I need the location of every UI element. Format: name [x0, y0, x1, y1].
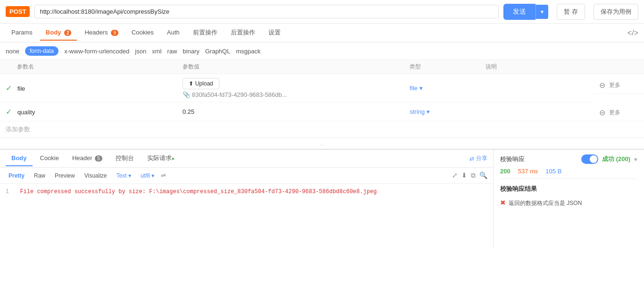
resp-tab-cookie[interactable]: Cookie [34, 151, 65, 166]
header-badge: 5 [95, 155, 102, 162]
utf8-dropdown-icon[interactable]: ▾ [151, 172, 154, 179]
copy-icon[interactable]: ⧉ [471, 171, 476, 179]
tab-headers[interactable]: Headers 9 [79, 25, 124, 41]
save-example-button[interactable]: 保存为用例 [594, 4, 638, 20]
response-tabs-row: Body Cookie Header 5 控制台 实际请求● ⇄ 分享 [0, 150, 493, 168]
resp-tab-body[interactable]: Body [6, 151, 33, 166]
type-value-file: file [410, 85, 418, 92]
col-desc: 说明 [480, 60, 594, 74]
send-dropdown-button[interactable]: ▾ [535, 5, 548, 19]
resp-tab-console[interactable]: 控制台 [110, 150, 140, 167]
remove-file-button[interactable]: ⊖ [599, 81, 605, 90]
view-tab-preview[interactable]: Preview [52, 171, 78, 180]
format-icon[interactable]: ⇌ [161, 172, 166, 179]
tab-settings[interactable]: 设置 [263, 25, 286, 42]
table-row: ✓ file ⬆ Upload 📎 830fa504-fd73-4290-968… [0, 74, 644, 102]
param-name-file: file [17, 85, 25, 92]
download-icon[interactable]: ⬇ [461, 171, 467, 179]
validate-row: 校验响应 成功 (200) ▾ [500, 154, 637, 164]
resp-tab-actual[interactable]: 实际请求● [142, 150, 180, 167]
param-name-quality: quality [17, 109, 35, 116]
fmt-binary[interactable]: binary [183, 48, 199, 55]
validate-toggle[interactable] [581, 154, 598, 164]
file-link: 📎 830fa504-fd73-4290-9683-586db... [183, 91, 399, 98]
url-bar: POST 发送 ▾ 暂 存 保存为用例 [0, 0, 644, 24]
type-dropdown-quality-icon[interactable]: ▾ [427, 108, 430, 115]
expand-icon[interactable]: ⤢ [452, 171, 458, 179]
resp-tabs-left: Body Cookie Header 5 控制台 实际请求● [6, 150, 180, 167]
more-file-button[interactable]: 更多 [609, 81, 620, 89]
table-row: ✓ quality 0.25 string ▾ ⊖ 更多 [0, 102, 644, 121]
method-badge: POST [6, 6, 30, 17]
url-input[interactable] [34, 5, 499, 18]
send-button[interactable]: 发送 [503, 4, 535, 20]
tab-body[interactable]: Body 2 [40, 25, 77, 41]
view-tab-utf8[interactable]: utf8 ▾ [138, 171, 157, 180]
upload-icon: ⬆ [189, 80, 193, 87]
text-dropdown-icon[interactable]: ▾ [128, 172, 131, 179]
line-number: 1 [6, 188, 9, 195]
fmt-xml[interactable]: xml [152, 48, 161, 55]
view-icons: ⤢ ⬇ ⧉ 🔍 [452, 171, 487, 179]
remove-quality-button[interactable]: ⊖ [599, 108, 605, 117]
tabs-left: Params Body 2 Headers 9 Cookies Auth 前置操… [6, 25, 286, 42]
desc-quality [480, 102, 594, 121]
stat-time: 537 ms [518, 168, 538, 175]
send-btn-group: 发送 ▾ [503, 4, 548, 20]
view-tab-visualize[interactable]: Visualize [82, 171, 110, 180]
stats-row: 200 537 ms 105 B [500, 168, 637, 175]
row-check-file[interactable]: ✓ [6, 84, 12, 92]
stat-size: 105 B [545, 168, 561, 175]
type-value-quality: string [410, 108, 425, 115]
share-button[interactable]: ⇄ 分享 [469, 154, 487, 162]
save-temp-button[interactable]: 暂 存 [557, 4, 585, 20]
row-check-quality[interactable]: ✓ [6, 108, 12, 116]
code-icon[interactable]: </> [627, 29, 638, 37]
search-icon[interactable]: 🔍 [479, 171, 487, 179]
type-dropdown-icon[interactable]: ▾ [419, 85, 423, 92]
fmt-json[interactable]: json [135, 48, 146, 55]
paperclip-icon: 📎 [183, 91, 190, 98]
tab-params[interactable]: Params [6, 25, 38, 41]
tab-auth[interactable]: Auth [161, 25, 185, 41]
type-cell-quality: string ▾ [410, 108, 474, 115]
divider-line [500, 179, 637, 179]
tab-post-action[interactable]: 后置操作 [225, 25, 261, 42]
fmt-graphql[interactable]: GraphQL [205, 48, 230, 55]
upload-button[interactable]: ⬆ Upload [183, 78, 219, 89]
body-badge: 2 [64, 30, 72, 36]
type-cell-file: file ▾ [410, 85, 474, 92]
tab-cookies[interactable]: Cookies [126, 25, 159, 41]
response-panel: Body Cookie Header 5 控制台 实际请求● ⇄ 分享 Pret… [0, 150, 493, 248]
headers-badge: 9 [111, 30, 118, 36]
format-tabs: none form-data x-www-form-urlencoded jso… [0, 43, 644, 60]
error-text: 返回的数据格式应当是 JSON [509, 199, 582, 207]
validate-controls: 成功 (200) ▾ [581, 154, 637, 164]
col-type: 类型 [404, 60, 480, 74]
params-table-container: 参数名 参数值 类型 说明 ✓ file ⬆ Upload [0, 60, 644, 149]
view-tab-text[interactable]: Text ▾ [114, 171, 134, 180]
right-panel: 校验响应 成功 (200) ▾ 200 537 ms 105 B 校验响应结果 … [493, 150, 644, 248]
tab-pre-action[interactable]: 前置操作 [187, 25, 223, 42]
fmt-urlencoded[interactable]: x-www-form-urlencoded [64, 48, 129, 55]
more-quality-button[interactable]: 更多 [609, 109, 620, 117]
fmt-msgpack[interactable]: msgpack [236, 48, 260, 55]
share-icon: ⇄ [469, 155, 474, 162]
main-tabs-row: Params Body 2 Headers 9 Cookies Auth 前置操… [0, 24, 644, 43]
fmt-form-data[interactable]: form-data [25, 46, 59, 56]
add-param-label[interactable]: 添加参数 [0, 121, 644, 137]
resp-tab-header[interactable]: Header 5 [67, 151, 108, 166]
divider-dots: ... [0, 137, 644, 149]
view-tabs-row: Pretty Raw Preview Visualize Text ▾ utf8… [0, 168, 493, 184]
file-value: 830fa504-fd73-4290-9683-586db... [192, 91, 287, 98]
error-item: ✖ 返回的数据格式应当是 JSON [500, 199, 637, 207]
expand-right-icon[interactable]: ▾ [634, 156, 637, 163]
view-tab-pretty[interactable]: Pretty [6, 171, 27, 180]
fmt-raw[interactable]: raw [167, 48, 177, 55]
code-content: File compressed successfully by size: F:… [20, 188, 376, 195]
validate-result-label: 校验响应结果 [500, 185, 637, 193]
view-tab-raw[interactable]: Raw [31, 171, 48, 180]
validate-label: 校验响应 [500, 155, 525, 163]
fmt-none[interactable]: none [6, 48, 19, 55]
stat-status: 200 [500, 168, 510, 175]
